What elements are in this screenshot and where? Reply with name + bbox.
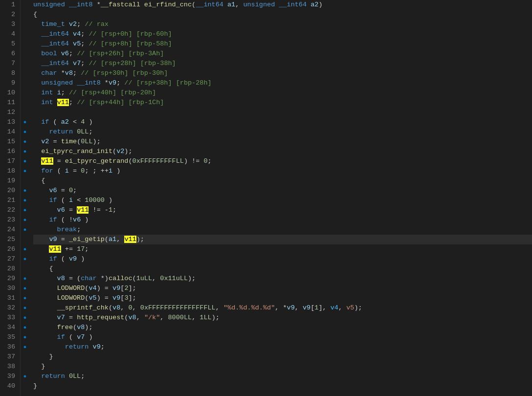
code-line: v11 += 17; xyxy=(33,244,532,254)
code-line: unsigned __int8 *v9; // [rsp+38h] [rbp-2… xyxy=(33,78,532,88)
code-line: if ( a2 < 4 ) xyxy=(33,117,532,127)
code-line: bool v6; // [rsp+26h] [rbp-3Ah] xyxy=(33,49,532,59)
code-line: int i; // [rsp+40h] [rbp-20h] xyxy=(33,88,532,98)
code-line: if ( v9 ) xyxy=(33,254,532,264)
code-container: 1 2 3 4 5 6 7 8 9 10 11 12 13 14 15 16 1… xyxy=(0,0,532,396)
code-line: return v9; xyxy=(33,342,532,352)
code-line: if ( v7 ) xyxy=(33,332,532,342)
code-line: time_t v2; // rax xyxy=(33,20,532,29)
code-line: char *v8; // [rsp+30h] [rbp-30h] xyxy=(33,68,532,78)
code-line: unsigned __int8 *__fastcall ei_rfind_cnc… xyxy=(33,0,532,10)
code-line: __int64 v7; // [rsp+28h] [rbp-38h] xyxy=(33,59,532,68)
code-line: v6 = 0; xyxy=(33,186,532,196)
code-line: break; xyxy=(33,225,532,235)
code-line: v11 = ei_tpyrc_getrand(0xFFFFFFFFFLL) !=… xyxy=(33,156,532,166)
code-line: { xyxy=(33,10,532,20)
code-line: } xyxy=(33,352,532,362)
code-line: v6 = v11 != -1; xyxy=(33,205,532,215)
code-line: } xyxy=(33,362,532,372)
code-line: free(v8); xyxy=(33,323,532,332)
code-line: v9 = _ei_getip(a1, v11); xyxy=(33,235,532,244)
code-line: if ( i < 10000 ) xyxy=(33,196,532,205)
code-area: unsigned __int8 *__fastcall ei_rfind_cnc… xyxy=(29,0,532,396)
code-line: __int64 v4; // [rsp+0h] [rbp-60h] xyxy=(33,29,532,39)
code-line: for ( i = 0; ; ++i ) xyxy=(33,166,532,176)
code-line: v8 = (char *)calloc(1uLL, 0x11uLL); xyxy=(33,274,532,284)
code-line: { xyxy=(33,176,532,186)
code-line: } xyxy=(33,381,532,391)
code-line: ei_tpyrc_rand_init(v2); xyxy=(33,147,532,156)
code-line: __sprintf_chk(v8, 0, 0xFFFFFFFFFFFFFFFLL… xyxy=(33,303,532,313)
gutter: ● ● ● ● ● ● ● ● ● ● ● ● ● ● ● ● ● ● ● ● … xyxy=(21,0,29,396)
code-line: v7 = http_request(v8, "/k", 8000LL, 1LL)… xyxy=(33,313,532,323)
code-line: { xyxy=(33,264,532,274)
code-line: __int64 v5; // [rsp+8h] [rbp-58h] xyxy=(33,39,532,49)
code-line: LODWORD(v5) = v9[3]; xyxy=(33,293,532,303)
line-numbers: 1 2 3 4 5 6 7 8 9 10 11 12 13 14 15 16 1… xyxy=(0,0,21,396)
code-line: return 0LL; xyxy=(33,372,532,381)
code-line: v2 = time(0LL); xyxy=(33,137,532,147)
code-line xyxy=(33,108,532,117)
code-line: return 0LL; xyxy=(33,127,532,137)
code-line: int v11; // [rsp+44h] [rbp-1Ch] xyxy=(33,98,532,108)
code-line: if ( !v6 ) xyxy=(33,215,532,225)
code-line: LODWORD(v4) = v9[2]; xyxy=(33,284,532,293)
